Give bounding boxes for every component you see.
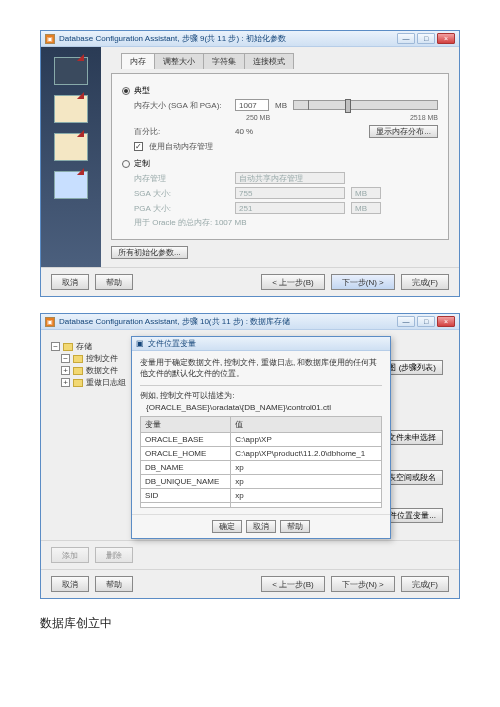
- minimize-button[interactable]: —: [397, 33, 415, 44]
- cancel-button[interactable]: 取消: [51, 274, 89, 290]
- var-name: [141, 503, 231, 508]
- cancel-button[interactable]: 取消: [246, 520, 276, 533]
- titlebar[interactable]: ▣ Database Configuration Assistant, 步骤 1…: [41, 314, 459, 330]
- back-button[interactable]: < 上一步(B): [261, 274, 325, 290]
- dialog-icon: ▣: [136, 339, 145, 348]
- radio-typical[interactable]: [122, 87, 130, 95]
- expand-icon[interactable]: −: [61, 354, 70, 363]
- help-button[interactable]: 帮助: [95, 274, 133, 290]
- expand-icon[interactable]: +: [61, 378, 70, 387]
- storage-tree[interactable]: − 存储 − 控制文件 + 数据文件 + 重做日志组: [51, 340, 126, 389]
- table-row: ORACLE_BASEC:\app\XP: [141, 433, 382, 447]
- var-name: ORACLE_HOME: [141, 447, 231, 461]
- show-memory-dist-button[interactable]: 显示内存分布...: [369, 125, 438, 138]
- sidebar-icon-storage: [54, 133, 88, 161]
- sga-label: SGA 大小:: [134, 188, 229, 199]
- vars-table: 变量 值 ORACLE_BASEC:\app\XP ORACLE_HOMEC:\…: [140, 416, 382, 508]
- mem-mgmt-label: 内存管理: [134, 173, 229, 184]
- all-init-params-button[interactable]: 所有初始化参数...: [111, 246, 188, 259]
- folder-icon: [73, 355, 83, 363]
- tabs: 内存 调整大小 字符集 连接模式: [121, 53, 449, 69]
- tree-redologs[interactable]: + 重做日志组: [61, 377, 126, 388]
- folder-icon: [63, 343, 73, 351]
- help-button[interactable]: 帮助: [95, 576, 133, 592]
- add-button: 添加: [51, 547, 89, 563]
- titlebar[interactable]: ▣ Database Configuration Assistant, 步骤 9…: [41, 31, 459, 47]
- tab-memory[interactable]: 内存: [121, 53, 155, 69]
- pga-unit: MB: [351, 202, 381, 214]
- pga-label: PGA 大小:: [134, 203, 229, 214]
- folder-icon: [73, 379, 83, 387]
- next-button[interactable]: 下一步(N) >: [331, 576, 395, 592]
- table-row: DB_UNIQUE_NAMExp: [141, 475, 382, 489]
- expand-icon[interactable]: −: [51, 342, 60, 351]
- auto-mgmt-checkbox[interactable]: [134, 142, 143, 151]
- expand-icon[interactable]: +: [61, 366, 70, 375]
- mem-mgmt-select: 自动共享内存管理: [235, 172, 345, 184]
- table-row: [141, 503, 382, 508]
- radio-typical-row[interactable]: 典型: [122, 85, 438, 96]
- tree-label: 数据文件: [86, 365, 118, 376]
- window-title: Database Configuration Assistant, 步骤 9(共…: [59, 33, 397, 44]
- window-title: Database Configuration Assistant, 步骤 10(…: [59, 316, 397, 327]
- close-button[interactable]: ×: [437, 316, 455, 327]
- maximize-button[interactable]: □: [417, 33, 435, 44]
- delete-button: 删除: [95, 547, 133, 563]
- next-button[interactable]: 下一步(N) >: [331, 274, 395, 290]
- sga-input: 755: [235, 187, 345, 199]
- tab-connmode[interactable]: 连接模式: [244, 53, 294, 69]
- sga-unit: MB: [351, 187, 381, 199]
- dialog-titlebar[interactable]: ▣ 文件位置变量: [132, 337, 390, 351]
- tree-controlfiles[interactable]: − 控制文件: [61, 353, 126, 364]
- memory-size-unit: MB: [275, 101, 287, 110]
- dbca-window-step10: ▣ Database Configuration Assistant, 步骤 1…: [40, 313, 460, 599]
- folder-icon: [73, 367, 83, 375]
- back-button[interactable]: < 上一步(B): [261, 576, 325, 592]
- minimize-button[interactable]: —: [397, 316, 415, 327]
- wizard-sidebar: [41, 47, 101, 267]
- window-buttons: — □ ×: [397, 33, 455, 44]
- wizard-footer: 取消 帮助 < 上一步(B) 下一步(N) > 完成(F): [41, 267, 459, 296]
- cancel-button[interactable]: 取消: [51, 576, 89, 592]
- dialog-title: 文件位置变量: [148, 338, 196, 349]
- radio-custom[interactable]: [122, 160, 130, 168]
- example-heading: 例如, 控制文件可以描述为:: [140, 390, 382, 401]
- tab-sizing[interactable]: 调整大小: [154, 53, 204, 69]
- dialog-footer: 确定 取消 帮助: [132, 514, 390, 538]
- table-header-row: 变量 值: [141, 417, 382, 433]
- total-mem-row: 用于 Oracle 的总内存: 1007 MB: [134, 217, 438, 228]
- finish-button[interactable]: 完成(F): [401, 576, 449, 592]
- tree-root[interactable]: − 存储: [51, 341, 126, 352]
- memory-slider[interactable]: [293, 100, 438, 110]
- client-area: 内存 调整大小 字符集 连接模式 典型 内存大小 (SGA 和 PGA): 10…: [41, 47, 459, 267]
- slider-scale: 250 MB 2518 MB: [246, 114, 438, 121]
- file-location-vars-dialog: ▣ 文件位置变量 变量用于确定数据文件, 控制文件, 重做日志, 和数据库使用的…: [131, 336, 391, 539]
- tab-charset[interactable]: 字符集: [203, 53, 245, 69]
- panel-buttons: 添加 删除: [41, 540, 459, 569]
- example-group: 例如, 控制文件可以描述为: {ORACLE_BASE}\oradata\{DB…: [140, 385, 382, 508]
- sga-row: SGA 大小: 755 MB: [134, 187, 438, 199]
- main-panel: 内存 调整大小 字符集 连接模式 典型 内存大小 (SGA 和 PGA): 10…: [101, 47, 459, 267]
- th-value: 值: [231, 417, 382, 433]
- var-name: SID: [141, 489, 231, 503]
- dialog-description: 变量用于确定数据文件, 控制文件, 重做日志, 和数据库使用的任何其他文件的默认…: [140, 357, 382, 379]
- help-button[interactable]: 帮助: [280, 520, 310, 533]
- radio-custom-label: 定制: [134, 158, 150, 169]
- pga-row: PGA 大小: 251 MB: [134, 202, 438, 214]
- example-path: {ORACLE_BASE}\oradata\{DB_NAME}\control0…: [146, 403, 382, 412]
- radio-custom-row[interactable]: 定制: [122, 158, 438, 169]
- auto-mgmt-label: 使用自动内存管理: [149, 141, 213, 152]
- memory-size-input[interactable]: 1007: [235, 99, 269, 111]
- finish-button[interactable]: 完成(F): [401, 274, 449, 290]
- sidebar-icon-files: [54, 95, 88, 123]
- dialog-body: 变量用于确定数据文件, 控制文件, 重做日志, 和数据库使用的任何其他文件的默认…: [132, 351, 390, 514]
- below-panel-row: 所有初始化参数...: [111, 246, 449, 259]
- var-name: DB_NAME: [141, 461, 231, 475]
- maximize-button[interactable]: □: [417, 316, 435, 327]
- tree-datafiles[interactable]: + 数据文件: [61, 365, 126, 376]
- close-button[interactable]: ×: [437, 33, 455, 44]
- scale-mid: 250 MB: [246, 114, 270, 121]
- slider-knob[interactable]: [345, 99, 351, 113]
- ok-button[interactable]: 确定: [212, 520, 242, 533]
- auto-mgmt-row[interactable]: 使用自动内存管理: [134, 141, 438, 152]
